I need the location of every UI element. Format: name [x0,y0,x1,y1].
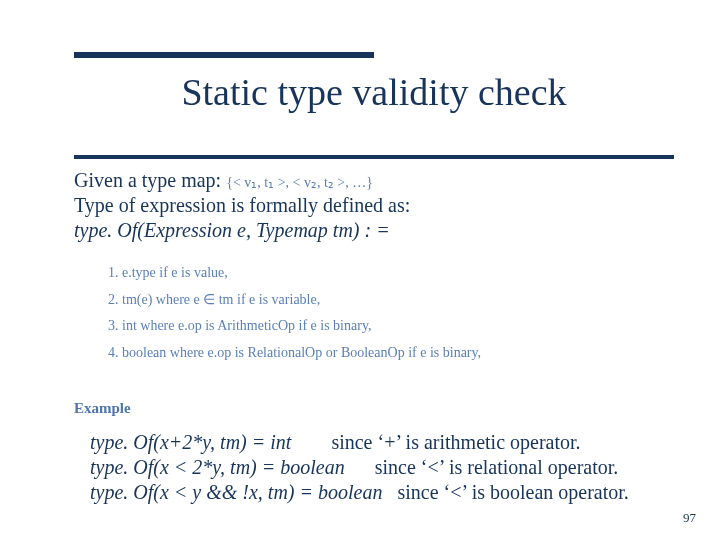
example-1-expr: type. Of(x+2*y, tm) = int [90,431,291,453]
rule-4: 4. boolean where e.op is RelationalOp or… [108,340,668,367]
page-number: 97 [683,510,696,526]
rule-3: 3. int where e.op is ArithmeticOp if e i… [108,313,668,340]
slide-title: Static type validity check [74,72,674,114]
examples-block: type. Of(x+2*y, tm) = int since ‘+’ is a… [90,430,700,505]
example-3: type. Of(x < y && !x, tm) = boolean sinc… [90,480,700,505]
title-top-rule [74,52,374,58]
rule-1: 1. e.type if e is value, [108,260,668,287]
example-1: type. Of(x+2*y, tm) = int since ‘+’ is a… [90,430,700,455]
intro-block: Given a type map: {< v₁, t₁ >, < v₂, t₂ … [74,168,674,243]
rules-list: 1. e.type if e is value, 2. tm(e) where … [108,260,668,366]
title-underline [74,155,674,159]
example-1-reason: since ‘+’ is arithmetic operator. [331,431,580,453]
example-label: Example [74,400,131,417]
rule-2: 2. tm(e) where e ∈ tm if e is variable, [108,287,668,314]
example-2: type. Of(x < 2*y, tm) = boolean since ‘<… [90,455,700,480]
typemap-set: {< v₁, t₁ >, < v₂, t₂ >, …} [226,174,373,192]
intro-line-2: Type of expression is formally defined a… [74,193,674,218]
example-3-reason: since ‘<’ is boolean operator. [397,481,628,503]
example-2-reason: since ‘<’ is relational operator. [375,456,619,478]
example-2-expr: type. Of(x < 2*y, tm) = boolean [90,456,345,478]
example-3-expr: type. Of(x < y && !x, tm) = boolean [90,481,382,503]
typeof-signature: type. Of(Expression e, Typemap tm) : = [74,218,674,243]
given-line: Given a type map: {< v₁, t₁ >, < v₂, t₂ … [74,168,674,193]
given-prefix: Given a type map: [74,169,221,191]
slide: Static type validity check Given a type … [0,0,720,540]
